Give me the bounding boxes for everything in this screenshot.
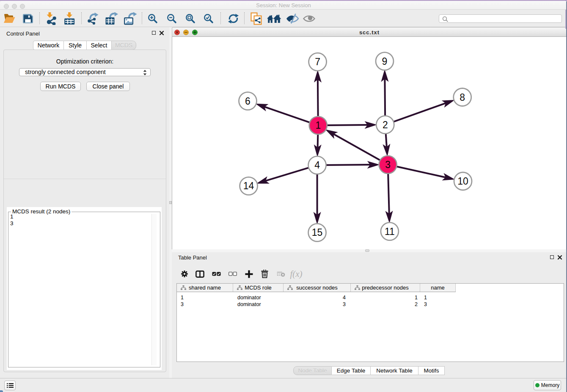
svg-text:14: 14 [243,180,254,191]
svg-text:2: 2 [383,119,388,130]
svg-text:9: 9 [382,56,388,67]
svg-text:6: 6 [245,96,250,107]
svg-text:1: 1 [315,120,321,131]
svg-text:10: 10 [457,176,468,187]
svg-text:4: 4 [314,160,320,171]
svg-text:3: 3 [385,159,391,170]
svg-text:8: 8 [460,92,465,103]
svg-text:15: 15 [312,227,323,238]
svg-text:7: 7 [315,56,320,67]
svg-text:11: 11 [385,226,395,237]
